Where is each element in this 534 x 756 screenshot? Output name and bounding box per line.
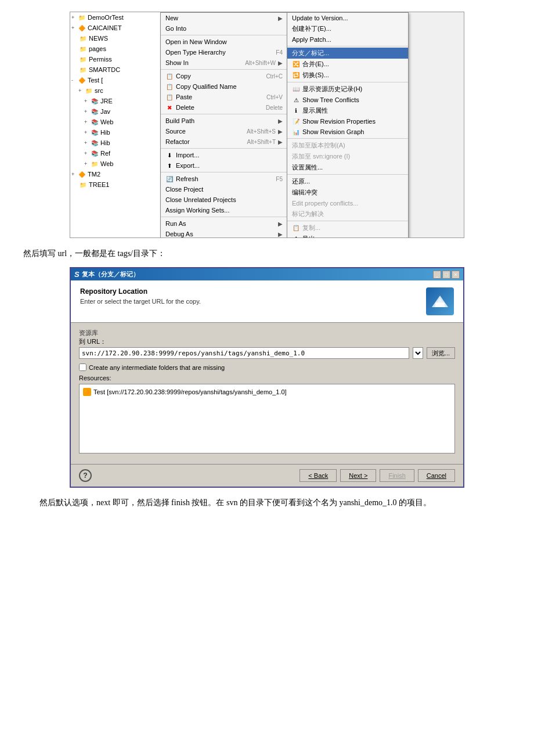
menu-close-project[interactable]: Close Project — [161, 184, 287, 195]
menu-edit-prop-conflicts[interactable]: Edit property conflicts... — [287, 198, 408, 208]
menu-close-unrelated[interactable]: Close Unrelated Projects — [161, 195, 287, 205]
help-button[interactable]: ? — [79, 469, 92, 482]
menu-build-path[interactable]: Build Path▶ — [161, 116, 287, 126]
url-input[interactable] — [79, 347, 409, 359]
menu-paste[interactable]: 📋 Paste Ctrl+V — [161, 92, 287, 102]
menu-update-version[interactable]: Update to Version... — [287, 13, 408, 23]
menu-assign-working-sets[interactable]: Assign Working Sets... — [161, 205, 287, 215]
menu-add-svn-ignore[interactable]: 添加至 svn:ignore (I) — [287, 151, 408, 162]
menu-go-into[interactable]: Go Into — [161, 23, 287, 34]
resources-box: 🔶 Test [svn://172.20.90.238:9999/repos/y… — [79, 384, 455, 453]
tree-item-web2[interactable]: + 📁 Web — [70, 159, 171, 169]
dialog-footer: ? < Back Next > Finish Cancel — [71, 464, 463, 487]
checkbox-row: Create any intermediate folders that are… — [79, 363, 455, 371]
copy-icon: 📋 — [165, 72, 174, 80]
props-icon: ℹ — [292, 107, 300, 115]
url-label: 到 URL： — [79, 337, 455, 346]
separator-3 — [161, 114, 287, 114]
tree-item-hib2[interactable]: + 📚 Hib — [70, 138, 171, 148]
menu-set-props[interactable]: 设置属性... — [287, 162, 408, 173]
tree-item-tm2[interactable]: + 🔶 TM2 — [70, 169, 171, 179]
menu-revision-props[interactable]: 📝 Show Revision Properties — [287, 116, 408, 127]
dialog-title-icon: S — [74, 270, 80, 279]
next-button[interactable]: Next > — [340, 469, 376, 482]
menu-import[interactable]: ⬇ Import... — [161, 150, 287, 160]
intermediate-folders-checkbox[interactable] — [79, 363, 86, 371]
menu-revision-graph[interactable]: 📊 Show Revision Graph — [287, 127, 408, 137]
copy2-icon: 📋 — [165, 82, 174, 91]
menu-show-in[interactable]: Show InAlt+Shift+W▶ — [161, 57, 287, 68]
tree-item-demoTest[interactable]: + 📁 DemoOrTest — [70, 12, 171, 23]
tree-item-jre[interactable]: + 📚 JRE — [70, 96, 171, 106]
dialog-header-title: Repository Location — [80, 287, 201, 296]
cancel-button[interactable]: Cancel — [418, 469, 455, 482]
cancel-label: Cancel — [427, 472, 446, 479]
menu-edit-conflict[interactable]: 编辑冲突 — [287, 187, 408, 198]
menu-copy[interactable]: 📋 Copy Ctrl+C — [161, 71, 287, 81]
menu-debug-as[interactable]: Debug As▶ — [161, 229, 287, 238]
context-menu-team: Update to Version... 创建补丁(E)... Apply Pa… — [287, 12, 409, 238]
team-sep-1 — [287, 46, 408, 46]
menu-revert[interactable]: 还原... — [287, 176, 408, 187]
tree-item-permiss[interactable]: 📁 Permiss — [70, 54, 171, 64]
tree-item-news[interactable]: 📁 NEWS — [70, 33, 171, 44]
menu-new[interactable]: New▶ — [161, 13, 287, 23]
dialog-header-description: Enter or select the target URL for the c… — [80, 298, 201, 305]
tree-item-web[interactable]: + 📚 Web — [70, 117, 171, 127]
menu-show-props[interactable]: ℹ 显示属性 — [287, 105, 408, 116]
menu-open-new-window[interactable]: Open in New Window — [161, 37, 287, 47]
menu-export[interactable]: ⬆ Export... — [161, 160, 287, 171]
menu-apply-patch[interactable]: Apply Patch... — [287, 34, 408, 45]
tree-item-pages[interactable]: 📁 pages — [70, 44, 171, 54]
repo-group: 资源库 到 URL： 浏览... — [79, 329, 455, 359]
dialog-title: S 复本（分支／标记） — [74, 270, 139, 279]
dialog-title-text: 复本（分支／标记） — [82, 270, 139, 279]
menu-run-as[interactable]: Run As▶ — [161, 218, 287, 229]
dialog-header: Repository Location Enter or select the … — [71, 280, 463, 323]
revprops-icon: 📝 — [292, 117, 300, 125]
close-button[interactable]: × — [452, 271, 460, 279]
menu-merge[interactable]: 🔀 合并(E)... — [287, 59, 408, 70]
menu-copy-qualified[interactable]: 📋 Copy Qualified Name — [161, 81, 287, 92]
tree-item-hib1[interactable]: + 📚 Hib — [70, 127, 171, 138]
menu-open-type-hierarchy[interactable]: Open Type HierarchyF4 — [161, 47, 287, 57]
browse-button[interactable]: 浏览... — [427, 347, 455, 359]
minimize-button[interactable]: _ — [433, 271, 441, 279]
menu-mark-resolved[interactable]: 标记为解决 — [287, 208, 408, 219]
menu-add-version-control[interactable]: 添加至版本控制(A) — [287, 140, 408, 151]
menu-refactor[interactable]: RefactorAlt+Shift+T▶ — [161, 136, 287, 147]
dialog-header-icon — [426, 287, 454, 315]
menu-branch-tag[interactable]: 分支／标记... — [287, 48, 408, 59]
back-button[interactable]: < Back — [300, 469, 337, 482]
team-sep-2 — [287, 82, 408, 82]
tree-item-ref[interactable]: + 📚 Ref — [70, 148, 171, 159]
url-dropdown[interactable] — [413, 347, 423, 359]
tree-item-test[interactable]: - 🔶 Test [ — [70, 75, 171, 85]
tree-item-jav[interactable]: + 📚 Jav — [70, 106, 171, 117]
menu-tree-conflicts[interactable]: ⚠ Show Tree Conflicts — [287, 95, 408, 105]
resource-icon: 🔶 — [83, 388, 91, 396]
dialog-controls[interactable]: _ □ × — [433, 271, 460, 279]
menu-copy-svn[interactable]: 📋 复制... — [287, 222, 408, 233]
menu-show-history[interactable]: 📖 显示资源历史记录(H) — [287, 84, 408, 95]
dialog-header-text: Repository Location Enter or select the … — [80, 287, 201, 305]
team-sep-4 — [287, 174, 408, 175]
menu-source[interactable]: SourceAlt+Shift+S▶ — [161, 126, 287, 136]
menu-refresh[interactable]: 🔄 Refresh F5 — [161, 174, 287, 184]
menu-export-svn[interactable]: ⬆ 导出... — [287, 233, 408, 238]
menu-delete[interactable]: ✖ Delete Delete — [161, 102, 287, 113]
separator-2 — [161, 69, 287, 70]
menu-create-patch[interactable]: 创建补丁(E)... — [287, 23, 408, 34]
tree-item-tree1[interactable]: 📁 TREE1 — [70, 179, 171, 190]
finish-button[interactable]: Finish — [380, 469, 414, 482]
project-tree: + 📁 DemoOrTest + 🔶 CAICAINET 📁 NEWS 📁 pa… — [70, 12, 172, 237]
team-sep-3 — [287, 138, 408, 139]
copy-svn-icon: 📋 — [292, 224, 300, 232]
tree-item-src[interactable]: + 📁 src — [70, 85, 171, 96]
tree-item-caicainet[interactable]: + 🔶 CAICAINET — [70, 23, 171, 33]
checkbox-label: Create any intermediate folders that are… — [89, 364, 225, 371]
menu-switch[interactable]: 🔁 切换(S)... — [287, 70, 408, 81]
resources-label: Resources: — [79, 375, 455, 381]
maximize-button[interactable]: □ — [442, 271, 450, 279]
tree-item-smartdc[interactable]: 📁 SMARTDC — [70, 64, 171, 75]
